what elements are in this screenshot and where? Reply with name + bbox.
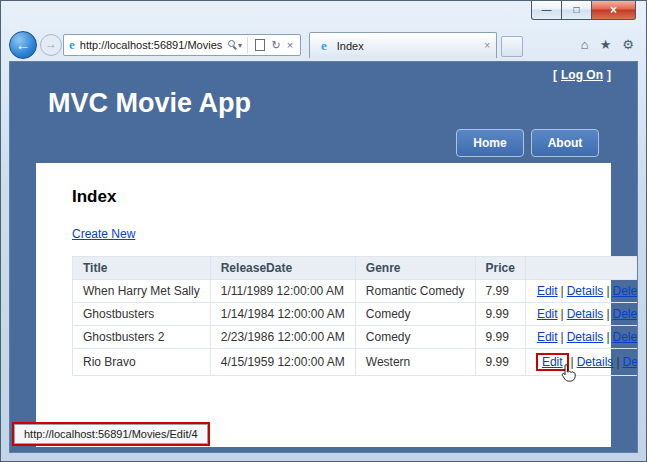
tab-title: Index [337,40,484,52]
maximize-icon: □ [573,5,579,15]
action-separator: | [616,355,619,369]
edit-highlight-annotation: Edit [536,353,569,371]
column-header-title: Title [73,257,211,280]
ie-page-icon: e [69,37,75,53]
logon-prefix: [ [553,68,557,82]
page-title: MVC Movie App [48,88,637,119]
status-url-tooltip: http://localhost:56891/Movies/Edit/4 [14,424,208,444]
movie-price: 9.99 [475,326,525,349]
movie-release-date: 2/23/1986 12:00:00 AM [210,326,355,349]
tab-index[interactable]: e Index × [309,32,497,58]
movie-title: Rio Bravo [73,349,211,376]
row-actions: Edit|Details|Delete [525,303,638,326]
minimize-button[interactable]: — [531,1,562,20]
edit-link[interactable]: Edit [537,330,558,344]
movie-genre: Western [355,349,475,376]
movie-genre: Comedy [355,326,475,349]
edit-link[interactable]: Edit [537,307,558,321]
movie-price: 7.99 [475,280,525,303]
movie-title: Ghostbusters 2 [73,326,211,349]
address-url[interactable]: http://localhost:56891/Movies [80,39,227,51]
close-button[interactable]: × [591,1,636,20]
row-actions: Edit|Details|Delete [525,326,638,349]
row-actions: Edit |Details|Delete [525,349,638,376]
movie-genre: Romantic Comedy [355,280,475,303]
movie-price: 9.99 [475,303,525,326]
movie-release-date: 1/11/1989 12:00:00 AM [210,280,355,303]
action-separator: | [606,330,609,344]
index-heading: Index [72,187,611,207]
details-link[interactable]: Details [577,355,614,369]
movie-release-date: 4/15/1959 12:00:00 AM [210,349,355,376]
address-bar-icons: ▾ ↻ × [227,37,300,53]
logon-link[interactable]: Log On [561,68,603,82]
site-menu: Home About [10,129,599,157]
logon-area: [Log On] [10,62,637,82]
delete-link[interactable]: Delete [613,330,639,344]
column-header-releasedate: ReleaseDate [210,257,355,280]
delete-link[interactable]: Delete [613,307,639,321]
refresh-icon[interactable]: ↻ [269,39,283,52]
details-link[interactable]: Details [567,284,604,298]
create-new-link[interactable]: Create New [72,227,135,241]
titlebar[interactable]: — □ × [1,1,646,29]
edit-link[interactable]: Edit [537,284,558,298]
forward-icon: → [45,37,57,51]
delete-link[interactable]: Delete [613,284,639,298]
minimize-icon: — [542,5,552,15]
browser-toolbar: ⌂ ★ ⚙ [581,36,634,54]
table-row: When Harry Met Sally 1/11/1989 12:00:00 … [73,280,639,303]
compatibility-view-icon[interactable] [255,39,265,51]
logon-suffix: ] [607,68,611,82]
action-separator: | [561,284,564,298]
nav-home-button[interactable]: Home [456,129,524,157]
movies-table: Title ReleaseDate Genre Price When Harry… [72,256,638,376]
tab-favicon-icon: e [321,38,327,54]
action-separator: | [606,307,609,321]
favorites-icon[interactable]: ★ [600,36,612,54]
movie-price: 9.99 [475,349,525,376]
browser-navbar: ← → e http://localhost:56891/Movies ▾ ↻ … [1,29,646,61]
address-divider [247,37,248,53]
back-icon: ← [16,36,31,53]
tab-close-icon[interactable]: × [484,40,490,51]
history-buttons: ← → [9,31,62,59]
maximize-button[interactable]: □ [561,1,592,20]
hand-cursor-icon [561,363,576,382]
nav-about-button[interactable]: About [531,129,599,157]
address-bar[interactable]: e http://localhost:56891/Movies ▾ ↻ × [63,34,301,56]
column-header-actions [525,257,638,280]
movie-title: When Harry Met Sally [73,280,211,303]
browser-window: — □ × ← → e http://localhost:56891/Movie… [0,0,647,462]
page-viewport: [Log On] MVC Movie App Home About Index … [9,61,638,453]
table-row: Ghostbusters 2 2/23/1986 12:00:00 AM Com… [73,326,639,349]
home-icon[interactable]: ⌂ [581,36,589,54]
edit-link[interactable]: Edit [542,355,563,369]
action-separator: | [561,307,564,321]
window-controls: — □ × [532,1,636,20]
new-tab-button[interactable] [501,36,523,57]
stop-icon[interactable]: × [283,39,297,51]
details-link[interactable]: Details [567,330,604,344]
details-link[interactable]: Details [567,307,604,321]
forward-button[interactable]: → [40,34,62,56]
tools-gear-icon[interactable]: ⚙ [622,36,634,54]
close-icon: × [610,4,617,16]
action-separator: | [606,284,609,298]
content-panel: Index Create New Title ReleaseDate Genre… [36,163,611,447]
back-button[interactable]: ← [9,31,37,59]
search-icon[interactable] [227,39,238,51]
movie-genre: Comedy [355,303,475,326]
table-header-row: Title ReleaseDate Genre Price [73,257,639,280]
column-header-price: Price [475,257,525,280]
status-highlight-annotation: http://localhost:56891/Movies/Edit/4 [12,422,210,446]
search-dropdown-icon[interactable]: ▾ [238,41,242,50]
table-row: Ghostbusters 1/14/1984 12:00:00 AM Comed… [73,303,639,326]
movie-title: Ghostbusters [73,303,211,326]
delete-link[interactable]: Delete [623,355,639,369]
table-row: Rio Bravo 4/15/1959 12:00:00 AM Western … [73,349,639,376]
column-header-genre: Genre [355,257,475,280]
movie-release-date: 1/14/1984 12:00:00 AM [210,303,355,326]
action-separator: | [561,330,564,344]
row-actions: Edit|Details|Delete [525,280,638,303]
